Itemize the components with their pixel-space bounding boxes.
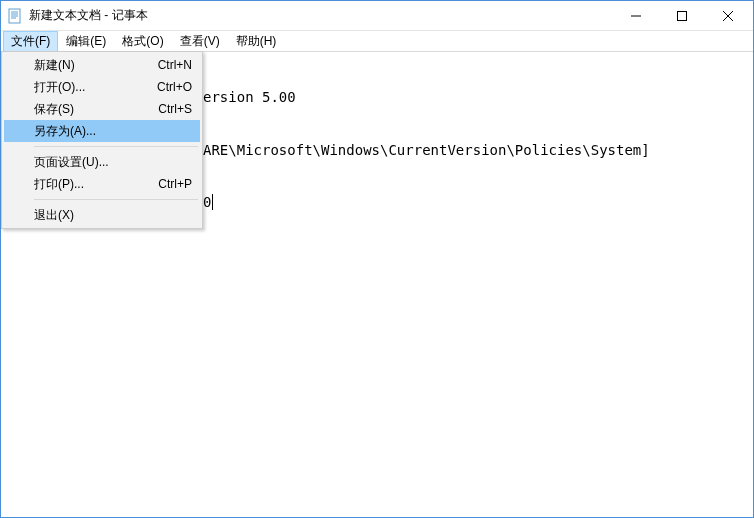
- menu-item-shortcut: Ctrl+O: [157, 80, 192, 94]
- menu-item-label: 页面设置(U)...: [34, 154, 192, 171]
- menu-item-new[interactable]: 新建(N) Ctrl+N: [4, 54, 200, 76]
- menu-item-shortcut: Ctrl+N: [158, 58, 192, 72]
- menu-item-label: 另存为(A)...: [34, 123, 192, 140]
- svg-rect-6: [678, 11, 687, 20]
- maximize-button[interactable]: [659, 1, 705, 30]
- text-caret: [212, 194, 213, 210]
- menu-separator: [34, 199, 198, 200]
- menu-item-open[interactable]: 打开(O)... Ctrl+O: [4, 76, 200, 98]
- menu-item-label: 打印(P)...: [34, 176, 158, 193]
- window-title: 新建文本文档 - 记事本: [29, 7, 148, 24]
- menu-bar: 文件(F) 编辑(E) 格式(O) 查看(V) 帮助(H): [1, 31, 753, 52]
- window-controls: [613, 1, 751, 30]
- menu-file[interactable]: 文件(F): [3, 31, 58, 52]
- menu-item-exit[interactable]: 退出(X): [4, 204, 200, 226]
- menu-item-label: 保存(S): [34, 101, 158, 118]
- file-menu-dropdown: 新建(N) Ctrl+N 打开(O)... Ctrl+O 保存(S) Ctrl+…: [1, 51, 203, 229]
- close-button[interactable]: [705, 1, 751, 30]
- menu-item-save[interactable]: 保存(S) Ctrl+S: [4, 98, 200, 120]
- menu-item-print[interactable]: 打印(P)... Ctrl+P: [4, 173, 200, 195]
- text-line-3-content: 0: [203, 194, 211, 210]
- title-bar: 新建文本文档 - 记事本: [1, 1, 753, 31]
- menu-item-label: 新建(N): [34, 57, 158, 74]
- menu-separator: [34, 146, 198, 147]
- menu-view[interactable]: 查看(V): [172, 31, 228, 52]
- menu-item-shortcut: Ctrl+P: [158, 177, 192, 191]
- menu-item-save-as[interactable]: 另存为(A)...: [4, 120, 200, 142]
- menu-item-shortcut: Ctrl+S: [158, 102, 192, 116]
- menu-format[interactable]: 格式(O): [114, 31, 171, 52]
- minimize-button[interactable]: [613, 1, 659, 30]
- menu-help[interactable]: 帮助(H): [228, 31, 285, 52]
- menu-item-page-setup[interactable]: 页面设置(U)...: [4, 151, 200, 173]
- menu-item-label: 退出(X): [34, 207, 192, 224]
- notepad-icon: [7, 8, 23, 24]
- menu-edit[interactable]: 编辑(E): [58, 31, 114, 52]
- menu-item-label: 打开(O)...: [34, 79, 157, 96]
